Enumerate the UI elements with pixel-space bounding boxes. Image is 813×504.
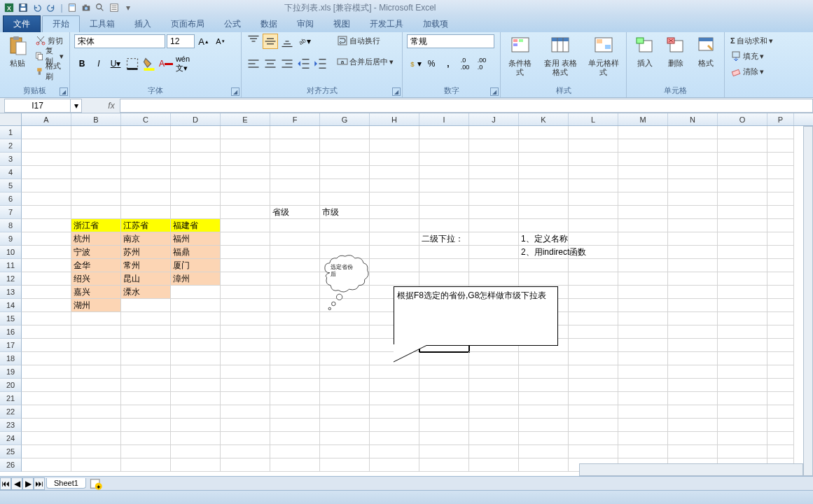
cell[interactable] [270,419,320,432]
row-header[interactable]: 24 [0,432,22,445]
format-painter-button[interactable]: 格式刷 [34,64,65,78]
cell[interactable] [569,365,618,379]
cell[interactable] [469,419,519,432]
cell[interactable] [668,206,718,219]
column-header[interactable]: O [718,113,767,125]
name-box[interactable] [4,99,71,113]
cell[interactable] [121,326,171,339]
cell[interactable] [569,139,618,153]
cell[interactable] [370,379,419,392]
cell[interactable] [419,259,469,272]
cell[interactable] [121,126,171,139]
increase-indent-icon[interactable] [313,56,328,71]
cell[interactable] [71,419,121,432]
cell[interactable] [270,139,320,153]
orientation-icon[interactable]: ab▾ [296,34,312,49]
cell[interactable] [221,352,270,365]
cell[interactable] [718,299,767,312]
tab-formulas[interactable]: 公式 [214,16,251,32]
italic-button[interactable]: I [91,56,106,71]
cell[interactable]: 常州 [121,259,171,272]
cell[interactable] [22,352,71,365]
cell[interactable] [519,392,569,405]
cell[interactable] [121,299,171,312]
tab-review[interactable]: 审阅 [287,16,324,32]
number-format-select[interactable] [407,34,494,48]
zoom-icon[interactable] [94,1,106,14]
cell[interactable] [22,419,71,432]
cell[interactable] [618,246,668,259]
row-header[interactable]: 5 [0,179,22,192]
row-header[interactable]: 13 [0,286,22,299]
cell[interactable] [618,179,668,192]
fill-color-button[interactable] [141,56,157,71]
cell[interactable] [419,445,469,458]
rect-callout[interactable]: 根据F8选定的省份,G8怎样做市级下拉表 [394,286,558,346]
cell[interactable] [469,379,519,392]
cell[interactable] [668,352,718,365]
column-header[interactable]: H [370,113,419,125]
cell[interactable] [569,405,618,419]
cell[interactable] [419,432,469,445]
cell[interactable] [171,179,221,192]
cell[interactable] [767,126,794,139]
cell[interactable] [469,272,519,286]
cell[interactable] [618,219,668,232]
cell[interactable] [320,365,370,379]
cell[interactable] [767,153,794,166]
row-header[interactable]: 18 [0,352,22,365]
cell[interactable] [121,153,171,166]
cell[interactable] [71,326,121,339]
delete-cells-button[interactable]: 删除 [662,34,690,69]
cell[interactable]: 宁波 [71,246,121,259]
cell[interactable] [569,326,618,339]
cell[interactable] [519,192,569,206]
column-header[interactable]: J [469,113,519,125]
cell[interactable] [121,432,171,445]
cell[interactable] [718,153,767,166]
cell[interactable] [71,206,121,219]
cell[interactable] [71,166,121,179]
cell[interactable] [171,432,221,445]
cell[interactable] [767,232,794,246]
cell[interactable] [569,299,618,312]
cell[interactable] [519,206,569,219]
cell[interactable] [767,206,794,219]
cell[interactable] [171,153,221,166]
cell[interactable] [370,126,419,139]
cell[interactable] [221,153,270,166]
cell[interactable] [71,339,121,352]
cell[interactable] [419,153,469,166]
cell[interactable] [668,286,718,299]
row-header[interactable]: 12 [0,272,22,286]
cell[interactable] [121,352,171,365]
cell[interactable] [469,352,519,365]
cell[interactable] [270,232,320,246]
sheet-nav-next[interactable]: ▶ [22,477,34,490]
cell[interactable] [668,179,718,192]
cell[interactable] [370,219,419,232]
cell[interactable] [370,392,419,405]
cell[interactable]: 浙江省 [71,219,121,232]
cell[interactable] [370,192,419,206]
cell[interactable] [569,392,618,405]
column-header[interactable]: K [519,113,569,125]
font-dialog-launcher[interactable]: ◢ [231,88,239,96]
cell[interactable] [221,419,270,432]
percent-icon[interactable]: % [424,56,439,71]
cell[interactable] [320,405,370,419]
column-header[interactable]: C [121,113,171,125]
cell[interactable] [519,272,569,286]
cell[interactable] [718,326,767,339]
cell[interactable] [221,219,270,232]
cell[interactable] [221,458,270,472]
cell[interactable] [270,392,320,405]
cell[interactable] [71,458,121,472]
cell[interactable] [419,458,469,472]
cell[interactable] [22,365,71,379]
cell[interactable] [270,179,320,192]
cell[interactable] [668,166,718,179]
save-icon[interactable] [17,1,29,14]
cell[interactable] [767,179,794,192]
cell[interactable] [668,445,718,458]
